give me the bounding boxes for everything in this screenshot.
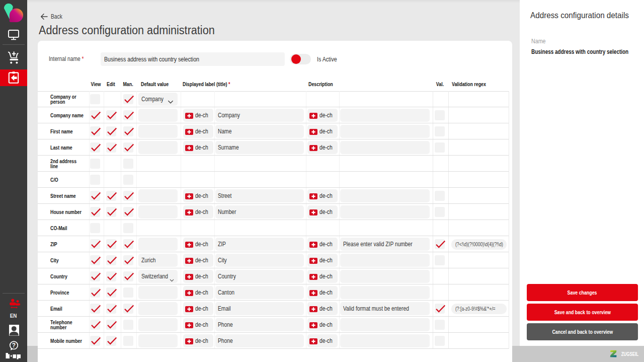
svg-text:?: ? (12, 342, 16, 349)
